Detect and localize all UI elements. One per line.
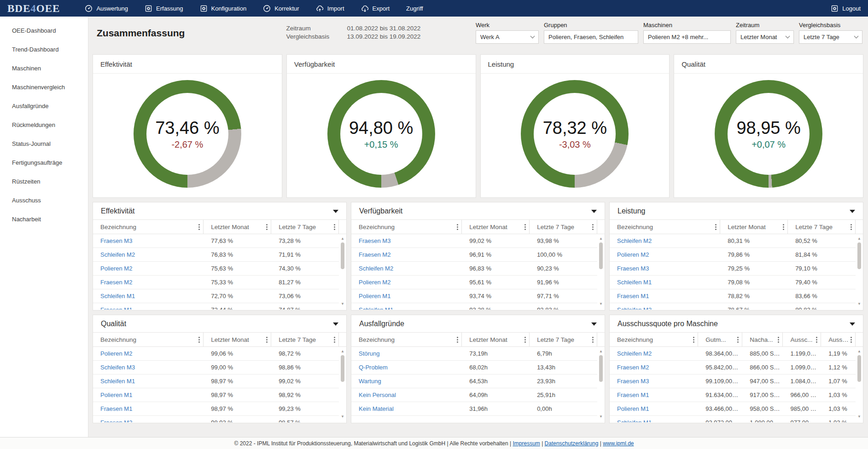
sidebar-item-r-stzeiten[interactable]: Rüstzeiten — [0, 172, 88, 191]
collapse-caret-icon[interactable] — [850, 210, 855, 213]
nav-item-auswertung[interactable]: Auswertung — [85, 5, 128, 12]
scroll-up-icon[interactable]: ▲ — [341, 349, 344, 354]
scroll-down-icon[interactable]: ▼ — [857, 302, 861, 306]
column-header-letzte-7-tage[interactable]: Letzte 7 Tage — [530, 333, 597, 346]
machine-link[interactable]: Schleifen M1 — [351, 306, 462, 310]
column-header-gutm[interactable]: Gutm... — [698, 333, 742, 346]
machine-link[interactable]: Fraesen M3 — [610, 265, 720, 272]
column-menu-icon[interactable] — [198, 226, 200, 228]
column-header-letzte-7-tage[interactable]: Letzte 7 Tage — [271, 220, 339, 234]
collapse-caret-icon[interactable] — [850, 322, 855, 326]
footer-link-datenschutzerkl-rung[interactable]: Datenschutzerklärung — [545, 440, 599, 447]
machine-link[interactable]: Q-Problem — [351, 364, 462, 371]
logout-button[interactable]: Logout — [831, 5, 861, 12]
column-menu-icon[interactable] — [778, 339, 779, 340]
column-menu-icon[interactable] — [524, 226, 526, 228]
scroll-up-icon[interactable]: ▲ — [599, 236, 603, 241]
machine-link[interactable]: Störung — [351, 350, 462, 357]
machine-link[interactable]: Fraesen M3 — [93, 237, 204, 244]
column-header-bezeichnung[interactable]: Bezeichnung — [351, 220, 462, 234]
machine-link[interactable]: Polieren M1 — [351, 293, 462, 299]
scroll-up-icon[interactable]: ▲ — [857, 236, 861, 241]
scroll-thumb[interactable] — [857, 355, 861, 382]
scroll-down-icon[interactable]: ▼ — [341, 414, 344, 419]
table-scrollbar[interactable]: ▲▼ — [340, 349, 345, 419]
machine-link[interactable]: Schleifen M1 — [610, 419, 698, 422]
scroll-down-icon[interactable]: ▼ — [599, 414, 603, 419]
column-menu-icon[interactable] — [334, 339, 335, 340]
collapse-caret-icon[interactable] — [333, 210, 338, 213]
filter-maschinen-control[interactable]: Polieren M2 +8 mehr... — [643, 30, 731, 44]
column-menu-icon[interactable] — [737, 339, 739, 340]
machine-link[interactable]: Schleifen M2 — [610, 350, 698, 357]
machine-link[interactable]: Schleifen M2 — [351, 265, 462, 272]
machine-link[interactable]: Schleifen M2 — [610, 237, 720, 244]
filter-gruppen-control[interactable]: Polieren, Fraesen, Schleifen — [544, 30, 638, 44]
column-header-letzter-monat[interactable]: Letzter Monat — [462, 333, 530, 346]
column-header-bezeichnung[interactable]: Bezeichnung — [610, 333, 698, 346]
machine-link[interactable]: Schleifen M2 — [93, 251, 204, 258]
column-menu-icon[interactable] — [816, 339, 817, 340]
machine-link[interactable]: Fraesen M1 — [610, 391, 698, 398]
sidebar-item-nacharbeit[interactable]: Nacharbeit — [0, 210, 88, 229]
scroll-thumb[interactable] — [341, 242, 344, 269]
machine-link[interactable]: Polieren M1 — [93, 391, 204, 398]
nav-item-konfiguration[interactable]: Konfiguration — [200, 5, 247, 12]
machine-link[interactable]: Fraesen M1 — [610, 293, 720, 299]
machine-link[interactable]: Schleifen M1 — [93, 378, 204, 385]
sidebar-item-maschinenvergleich[interactable]: Maschinenvergleich — [0, 78, 88, 97]
column-menu-icon[interactable] — [851, 226, 852, 228]
scroll-down-icon[interactable]: ▼ — [599, 302, 603, 306]
sidebar-item-oee-dashboard[interactable]: OEE-Dashboard — [0, 21, 88, 40]
filter-vergleichsbasis-control[interactable]: Letzte 7 Tage — [799, 30, 862, 44]
machine-link[interactable]: Polieren M2 — [610, 251, 720, 258]
scroll-down-icon[interactable]: ▼ — [341, 302, 344, 306]
column-header-letzte-7-tage[interactable]: Letzte 7 Tage — [271, 333, 339, 346]
column-header-aussc[interactable]: Aussc... — [783, 333, 821, 346]
column-menu-icon[interactable] — [715, 226, 717, 228]
column-menu-icon[interactable] — [457, 339, 458, 340]
column-header-bezeichnung[interactable]: Bezeichnung — [93, 333, 204, 346]
column-header-letzter-monat[interactable]: Letzter Monat — [720, 220, 788, 234]
filter-werk-control[interactable]: Werk A — [476, 30, 539, 44]
column-header-letzte-7-tage[interactable]: Letzte 7 Tage — [530, 220, 597, 234]
column-header-bezeichnung[interactable]: Bezeichnung — [93, 220, 204, 234]
footer-link-www-ipml-de[interactable]: www.ipml.de — [603, 440, 634, 447]
column-menu-icon[interactable] — [592, 339, 594, 340]
column-menu-icon[interactable] — [457, 226, 458, 228]
column-header-letzte-7-tage[interactable]: Letzte 7 Tage — [788, 220, 856, 234]
scroll-up-icon[interactable]: ▲ — [857, 349, 861, 354]
column-header-bezeichnung[interactable]: Bezeichnung — [610, 220, 720, 234]
machine-link[interactable]: Fraesen M2 — [351, 251, 462, 258]
table-scrollbar[interactable]: ▲▼ — [340, 236, 345, 306]
sidebar-item-maschinen[interactable]: Maschinen — [0, 59, 88, 78]
column-header-nacha[interactable]: Nacha... — [742, 333, 783, 346]
machine-link[interactable]: Polieren M1 — [610, 405, 698, 412]
machine-link[interactable]: Fraesen M3 — [351, 237, 462, 244]
scroll-thumb[interactable] — [857, 242, 861, 269]
filter-zeitraum-control[interactable]: Letzter Monat — [736, 30, 794, 44]
machine-link[interactable]: Polieren M2 — [351, 279, 462, 286]
scroll-down-icon[interactable]: ▼ — [857, 414, 861, 419]
machine-link[interactable]: Fraesen M2 — [610, 364, 698, 371]
column-menu-icon[interactable] — [592, 226, 594, 228]
table-scrollbar[interactable]: ▲▼ — [856, 349, 862, 419]
column-menu-icon[interactable] — [693, 339, 694, 340]
column-header-aussc[interactable]: Aussc... — [821, 333, 856, 346]
sidebar-item-r-ckmeldungen[interactable]: Rückmeldungen — [0, 115, 88, 134]
column-header-bezeichnung[interactable]: Bezeichnung — [351, 333, 462, 346]
machine-link[interactable]: Fraesen M1 — [93, 405, 204, 412]
sidebar-item-status-journal[interactable]: Status-Journal — [0, 134, 88, 153]
collapse-caret-icon[interactable] — [591, 210, 597, 213]
nav-item-import[interactable]: Import — [316, 5, 344, 12]
machine-link[interactable]: Fraesen M2 — [93, 279, 204, 286]
column-menu-icon[interactable] — [198, 339, 200, 340]
nav-item-zugriff[interactable]: Zugriff — [406, 5, 423, 12]
scroll-thumb[interactable] — [599, 355, 603, 382]
sidebar-item-ausschuss[interactable]: Ausschuss — [0, 191, 88, 210]
collapse-caret-icon[interactable] — [333, 322, 338, 326]
column-header-letzter-monat[interactable]: Letzter Monat — [204, 333, 271, 346]
column-menu-icon[interactable] — [851, 339, 852, 340]
nav-item-erfassung[interactable]: Erfassung — [145, 5, 183, 12]
column-menu-icon[interactable] — [783, 226, 784, 228]
